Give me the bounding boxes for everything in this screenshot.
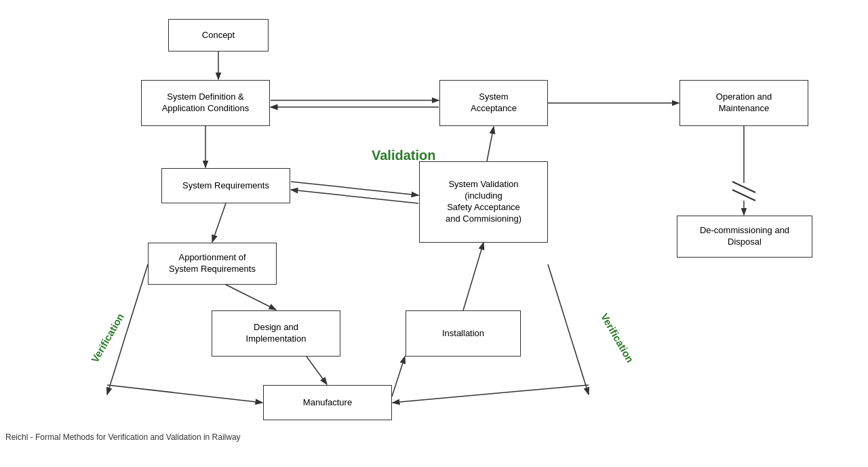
apportionment-box: Apportionment of System Requirements	[148, 243, 277, 285]
verification-right-label: Verification	[599, 311, 636, 365]
operation-maintenance-box: Operation and Maintenance	[679, 80, 808, 126]
svg-line-20	[107, 385, 262, 403]
svg-line-8	[291, 190, 418, 203]
system-definition-box: System Definition & Application Conditio…	[141, 80, 270, 126]
system-requirements-box: System Requirements	[161, 168, 290, 203]
system-validation-box: System Validation (including Safety Acce…	[419, 161, 548, 243]
svg-line-12	[307, 357, 327, 384]
verification-left-label: Verification	[89, 311, 126, 365]
installation-box: Installation	[406, 310, 521, 357]
system-acceptance-box: System Acceptance	[439, 80, 548, 126]
svg-line-13	[392, 357, 405, 397]
svg-line-14	[463, 243, 484, 310]
validation-label: Validation	[372, 148, 435, 163]
svg-line-7	[291, 182, 418, 195]
svg-line-22	[393, 385, 589, 403]
diagram-container: Concept System Definition & Application …	[0, 0, 868, 447]
footer-text: Reichl - Formal Methods for Verification…	[5, 432, 241, 442]
svg-line-9	[487, 127, 494, 161]
svg-line-21	[548, 264, 589, 394]
concept-box: Concept	[168, 19, 269, 52]
svg-line-10	[212, 203, 226, 242]
svg-line-11	[226, 285, 276, 310]
design-implementation-box: Design and Implementation	[212, 310, 340, 357]
decommissioning-box: De-commissioning and Disposal	[677, 216, 812, 258]
svg-line-16	[732, 182, 755, 192]
svg-line-17	[732, 190, 755, 201]
manufacture-box: Manufacture	[263, 385, 392, 420]
